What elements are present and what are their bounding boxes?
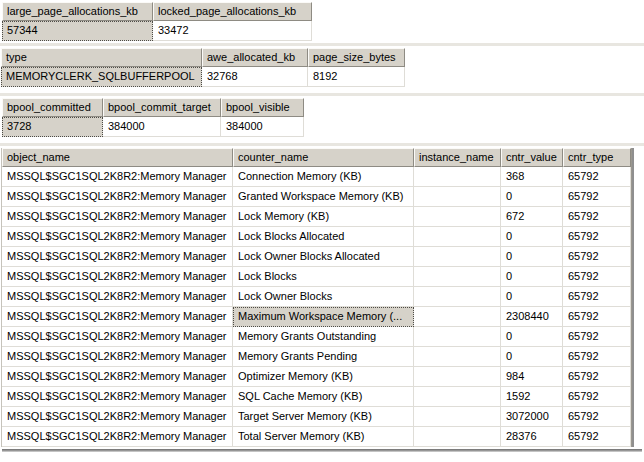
grid-cell[interactable]: 65792 — [563, 267, 631, 287]
grid-cell[interactable]: 65792 — [563, 187, 631, 207]
results-grid-panel: object_namecounter_nameinstance_namecntr… — [1, 148, 632, 447]
grid-cell[interactable]: 0 — [501, 227, 563, 247]
grid-cell[interactable]: 65792 — [563, 387, 631, 407]
column-header-object_name[interactable]: object_name — [2, 148, 233, 167]
grid-cell[interactable] — [414, 407, 501, 427]
grid-cell-selected[interactable]: Maximum Workspace Memory (... — [233, 307, 414, 327]
grid-cell[interactable]: MSSQL$SGC1SQL2K8R2:Memory Manager — [2, 347, 233, 367]
grid-cell[interactable] — [414, 327, 501, 347]
grid-cell[interactable]: MSSQL$SGC1SQL2K8R2:Memory Manager — [2, 407, 233, 427]
column-header-cntr_type[interactable]: cntr_type — [563, 148, 631, 167]
grid-cell[interactable]: 384000 — [221, 117, 304, 137]
grid-cell[interactable]: 65792 — [563, 327, 631, 347]
grid-cell[interactable]: MSSQL$SGC1SQL2K8R2:Memory Manager — [2, 187, 233, 207]
grid-cell[interactable]: 65792 — [563, 167, 631, 187]
column-header-counter_name[interactable]: counter_name — [233, 148, 414, 167]
grid-cell[interactable]: MSSQL$SGC1SQL2K8R2:Memory Manager — [2, 267, 233, 287]
column-header-cntr_value[interactable]: cntr_value — [501, 148, 563, 167]
grid-cell[interactable]: 65792 — [563, 207, 631, 227]
grid-cell[interactable]: Optimizer Memory (KB) — [233, 367, 414, 387]
grid-cell[interactable]: MSSQL$SGC1SQL2K8R2:Memory Manager — [2, 227, 233, 247]
grid-cell[interactable]: Lock Owner Blocks Allocated — [233, 247, 414, 267]
grid-cell[interactable]: 65792 — [563, 227, 631, 247]
results-grid-perf-counters: object_namecounter_nameinstance_namecntr… — [2, 148, 631, 447]
grid-cell[interactable] — [414, 167, 501, 187]
grid-cell[interactable]: 65792 — [563, 287, 631, 307]
grid-cell[interactable] — [414, 247, 501, 267]
grid-cell[interactable]: 65792 — [563, 307, 631, 327]
grid-cell[interactable]: Granted Workspace Memory (KB) — [233, 187, 414, 207]
grid-row: MSSQL$SGC1SQL2K8R2:Memory ManagerTarget … — [2, 407, 631, 427]
results-grid-bpool: bpool_committedbpool_commit_targetbpool_… — [2, 98, 644, 137]
grid-cell[interactable]: Lock Blocks — [233, 267, 414, 287]
grid-cell[interactable] — [414, 267, 501, 287]
column-header-page_size_bytes[interactable]: page_size_bytes — [308, 48, 405, 67]
grid-cell[interactable]: 2308440 — [501, 307, 563, 327]
grid-cell-selected[interactable]: 3728 — [2, 117, 103, 137]
column-header-locked_page_allocations_kb[interactable]: locked_page_allocations_kb — [153, 2, 312, 21]
grid-cell[interactable]: Lock Memory (KB) — [233, 207, 414, 227]
grid-cell[interactable]: 65792 — [563, 427, 631, 447]
column-header-large_page_allocations_kb[interactable]: large_page_allocations_kb — [2, 2, 153, 21]
grid-cell-selected[interactable]: MEMORYCLERK_SQLBUFFERPOOL — [1, 67, 202, 87]
grid-cell[interactable]: 65792 — [563, 407, 631, 427]
grid-cell[interactable]: Total Server Memory (KB) — [233, 427, 414, 447]
grid-row: MEMORYCLERK_SQLBUFFERPOOL327688192 — [1, 67, 644, 87]
grid-cell[interactable]: 384000 — [103, 117, 221, 137]
grid-cell[interactable]: MSSQL$SGC1SQL2K8R2:Memory Manager — [2, 167, 233, 187]
column-header-instance_name[interactable]: instance_name — [414, 148, 501, 167]
grid-cell[interactable]: 33472 — [153, 21, 312, 41]
grid-cell[interactable]: Lock Owner Blocks — [233, 287, 414, 307]
grid-cell[interactable]: MSSQL$SGC1SQL2K8R2:Memory Manager — [2, 367, 233, 387]
grid-cell[interactable]: SQL Cache Memory (KB) — [233, 387, 414, 407]
grid-cell[interactable]: 0 — [501, 187, 563, 207]
grid-cell[interactable] — [414, 227, 501, 247]
grid-cell[interactable]: MSSQL$SGC1SQL2K8R2:Memory Manager — [2, 207, 233, 227]
column-header-type[interactable]: type — [1, 48, 202, 67]
grid-cell[interactable] — [414, 307, 501, 327]
grid-cell-selected[interactable]: 57344 — [2, 21, 153, 41]
grid-cell[interactable]: 1592 — [501, 387, 563, 407]
grid-cell[interactable] — [414, 187, 501, 207]
grid-cell[interactable]: 0 — [501, 267, 563, 287]
grid-cell[interactable]: 984 — [501, 367, 563, 387]
grid-cell[interactable]: 0 — [501, 327, 563, 347]
grid-cell[interactable]: Connection Memory (KB) — [233, 167, 414, 187]
grid-cell[interactable] — [414, 287, 501, 307]
grid-cell[interactable]: 368 — [501, 167, 563, 187]
grid-cell[interactable]: 28376 — [501, 427, 563, 447]
grid-cell[interactable] — [414, 427, 501, 447]
grid-cell[interactable]: Lock Blocks Allocated — [233, 227, 414, 247]
grid-row: MSSQL$SGC1SQL2K8R2:Memory ManagerLock Ow… — [2, 287, 631, 307]
grid-cell[interactable]: 32768 — [202, 67, 308, 87]
column-header-bpool_commit_target[interactable]: bpool_commit_target — [103, 98, 221, 117]
grid-cell[interactable]: 65792 — [563, 367, 631, 387]
grid-cell[interactable]: 0 — [501, 247, 563, 267]
column-header-bpool_visible[interactable]: bpool_visible — [221, 98, 304, 117]
grid-cell[interactable] — [414, 347, 501, 367]
grid-cell[interactable]: Target Server Memory (KB) — [233, 407, 414, 427]
grid-cell[interactable]: MSSQL$SGC1SQL2K8R2:Memory Manager — [2, 287, 233, 307]
grid-cell[interactable]: MSSQL$SGC1SQL2K8R2:Memory Manager — [2, 247, 233, 267]
grid-cell[interactable]: MSSQL$SGC1SQL2K8R2:Memory Manager — [2, 387, 233, 407]
grid-cell[interactable] — [414, 367, 501, 387]
grid-cell[interactable]: 0 — [501, 347, 563, 367]
grid-header-row: object_namecounter_nameinstance_namecntr… — [2, 148, 631, 167]
grid-cell[interactable]: MSSQL$SGC1SQL2K8R2:Memory Manager — [2, 307, 233, 327]
grid-cell[interactable]: 672 — [501, 207, 563, 227]
grid-cell[interactable]: 3072000 — [501, 407, 563, 427]
grid-cell[interactable]: 8192 — [308, 67, 405, 87]
grid-cell[interactable]: 65792 — [563, 247, 631, 267]
column-header-awe_allocated_kb[interactable]: awe_allocated_kb — [202, 48, 308, 67]
grid-cell[interactable]: 65792 — [563, 347, 631, 367]
grid-cell[interactable] — [414, 387, 501, 407]
grid-cell[interactable] — [414, 207, 501, 227]
grid-row: MSSQL$SGC1SQL2K8R2:Memory ManagerGranted… — [2, 187, 631, 207]
grid-cell[interactable]: 0 — [501, 287, 563, 307]
grid-cell[interactable]: Memory Grants Outstanding — [233, 327, 414, 347]
grid-header-row: bpool_committedbpool_commit_targetbpool_… — [2, 98, 644, 117]
column-header-bpool_committed[interactable]: bpool_committed — [2, 98, 103, 117]
grid-cell[interactable]: MSSQL$SGC1SQL2K8R2:Memory Manager — [2, 427, 233, 447]
grid-cell[interactable]: MSSQL$SGC1SQL2K8R2:Memory Manager — [2, 327, 233, 347]
grid-cell[interactable]: Memory Grants Pending — [233, 347, 414, 367]
